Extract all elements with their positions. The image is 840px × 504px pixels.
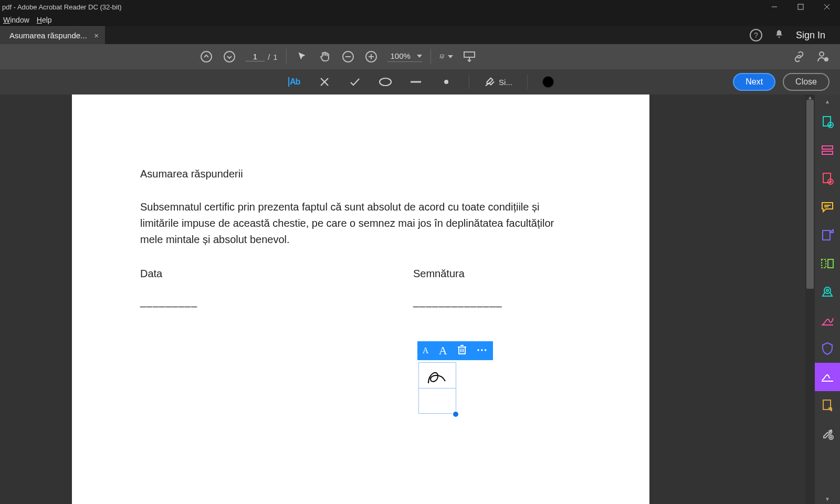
share-people-icon[interactable] [816, 50, 830, 64]
rail-collapse-up[interactable]: ▲ [825, 99, 830, 104]
pdf-page: Asumarea răspunderii Subsemnatul certifi… [72, 94, 649, 504]
signature-line: ______________ [413, 296, 502, 308]
zoom-dropdown[interactable]: 100% [387, 51, 422, 62]
hand-tool-icon[interactable] [318, 50, 332, 64]
help-icon[interactable]: ? [750, 29, 762, 41]
color-picker[interactable] [542, 76, 554, 88]
more-icon[interactable]: ••• [477, 346, 488, 355]
minimize-button[interactable] [761, 0, 788, 14]
add-text-tool[interactable]: Ab [286, 74, 302, 90]
scroll-thumb[interactable] [806, 100, 814, 289]
increase-size-button[interactable]: A [439, 344, 447, 358]
document-tab[interactable]: Asumarea răspunde... × [0, 26, 105, 44]
page-down-icon[interactable] [223, 50, 236, 64]
svg-rect-35 [822, 151, 833, 154]
svg-rect-44 [822, 259, 826, 268]
x-mark-tool[interactable] [317, 74, 332, 90]
svg-rect-42 [823, 230, 830, 240]
tools-rail: ▲ ▼ [815, 94, 840, 504]
svg-point-46 [824, 287, 831, 293]
chevron-down-icon [417, 55, 422, 58]
sign-label: Si... [499, 78, 512, 87]
resize-handle[interactable] [452, 411, 459, 418]
selection-tool-icon[interactable] [295, 50, 309, 64]
svg-point-4 [779, 37, 780, 38]
date-label: Data [140, 268, 413, 280]
close-button[interactable]: Close [783, 73, 830, 91]
svg-point-5 [201, 51, 212, 62]
svg-rect-34 [822, 146, 833, 149]
signature-label: Semnătura [413, 268, 465, 280]
selection-toolbar: A A ••• [417, 341, 493, 360]
circle-tool[interactable] [377, 74, 393, 90]
main-toolbar: / 1 100% [0, 44, 840, 69]
delete-icon[interactable] [457, 344, 467, 357]
signature-glyph[interactable] [425, 368, 448, 388]
workspace: Asumarea răspunderii Subsemnatul certifi… [0, 94, 840, 504]
redact-tool[interactable] [815, 306, 840, 334]
vertical-scrollbar[interactable]: ▲ [805, 94, 815, 504]
zoom-level: 100% [387, 51, 414, 60]
svg-point-47 [826, 289, 828, 291]
next-button[interactable]: Next [733, 73, 775, 91]
sign-tool[interactable]: Si... [484, 76, 512, 88]
doc-body: Subsemnatul certific prin prezenta faptu… [140, 199, 571, 248]
page-total: 1 [273, 52, 277, 61]
svg-point-16 [820, 52, 824, 56]
doc-title: Asumarea răspunderii [140, 168, 586, 180]
stamp-tool[interactable] [815, 278, 840, 306]
rail-collapse-down[interactable]: ▼ [825, 496, 830, 502]
close-window-button[interactable] [814, 0, 840, 14]
send-tool[interactable] [815, 391, 840, 419]
share-link-icon[interactable] [793, 50, 806, 64]
document-area[interactable]: Asumarea răspunderii Subsemnatul certifi… [0, 94, 805, 504]
notifications-icon[interactable] [774, 29, 784, 41]
menu-window[interactable]: Window [3, 16, 29, 24]
protect-tool[interactable] [815, 334, 840, 363]
combine-tool[interactable] [815, 136, 840, 164]
page-up-icon[interactable] [200, 50, 213, 64]
svg-rect-1 [798, 4, 803, 9]
create-pdf-tool[interactable] [815, 108, 840, 136]
menu-bar: Window Help [0, 14, 840, 26]
page-indicator: / 1 [246, 52, 278, 61]
window-title: pdf - Adobe Acrobat Reader DC (32-bit) [0, 3, 761, 11]
title-bar: pdf - Adobe Acrobat Reader DC (32-bit) [0, 0, 840, 14]
svg-rect-14 [464, 52, 475, 57]
dot-tool[interactable] [438, 74, 454, 90]
decrease-size-button[interactable]: A [423, 346, 429, 355]
maximize-button[interactable] [788, 0, 814, 14]
organize-tool[interactable] [815, 249, 840, 278]
tab-label: Asumarea răspunde... [9, 31, 89, 40]
tab-strip: Asumarea răspunde... × ? Sign In [0, 26, 840, 44]
svg-rect-45 [828, 259, 833, 268]
read-mode-icon[interactable] [463, 50, 476, 64]
export-tool[interactable] [815, 221, 840, 249]
svg-rect-25 [459, 347, 465, 354]
fill-sign-toolbar: Ab Si... Next Close [0, 69, 840, 94]
svg-point-22 [380, 78, 391, 86]
zoom-out-icon[interactable] [341, 50, 355, 64]
svg-point-24 [444, 80, 448, 84]
sign-in-link[interactable]: Sign In [796, 30, 825, 41]
more-tools[interactable] [815, 419, 840, 448]
fill-sign-tool[interactable] [815, 363, 840, 391]
date-line: _________ [140, 296, 413, 308]
fit-width-icon[interactable] [439, 50, 453, 64]
line-tool[interactable] [408, 74, 424, 90]
zoom-in-icon[interactable] [364, 50, 378, 64]
page-current-input[interactable] [246, 52, 265, 61]
menu-help[interactable]: Help [37, 16, 52, 24]
close-tab-icon[interactable]: × [94, 31, 99, 40]
svg-rect-12 [440, 55, 444, 57]
svg-point-6 [224, 51, 235, 62]
edit-pdf-tool[interactable] [815, 164, 840, 193]
checkmark-tool[interactable] [347, 74, 363, 90]
comment-tool[interactable] [815, 193, 840, 221]
